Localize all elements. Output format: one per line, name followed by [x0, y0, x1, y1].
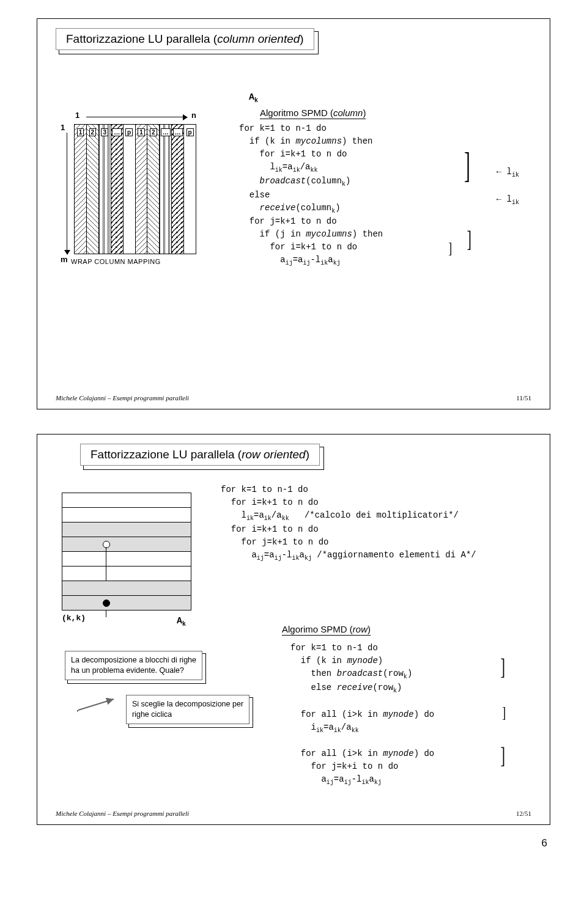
arrow-v-icon	[67, 133, 67, 251]
matrix-col-label: 1	[138, 128, 145, 136]
slide2-footer-left: Michele Colajanni – Esempi programmi par…	[56, 810, 189, 817]
Ak-label-2: Ak	[177, 616, 186, 626]
arrow-icon	[77, 697, 120, 715]
matrix-col-label: …	[161, 128, 171, 136]
slide2-title-post: )	[306, 448, 309, 461]
bracket-icon: ]	[461, 144, 473, 186]
slide2-spmd-algorithm: Algorimo SPMD (row) for k=1 to n-1 do if…	[282, 624, 533, 787]
annotation-2: Si sceglie la decomposizione per righe c…	[126, 695, 249, 724]
bracket-icon: ]	[499, 653, 507, 680]
algo-title-pre: Algoritmo SPMD (	[260, 108, 333, 118]
matrix-figure: 1 n 1 m 1 2 3 … p 1 2 … … p	[62, 111, 202, 254]
slide2-title-pre: Fattorizzazione LU parallela (	[90, 448, 242, 461]
axis-left-m: m	[61, 255, 68, 264]
matrix-col-label: 3	[101, 128, 108, 136]
matrix-col-label: p	[186, 128, 194, 136]
bracket-icon: ]	[448, 239, 453, 257]
algo-title-kw: column	[333, 108, 363, 118]
slide1-code: for k=1 to n-1 do if (k in mycolumns) th…	[239, 122, 519, 268]
algo2-title-pre: Algorimo SPMD (	[282, 624, 353, 634]
slide2-spmd-code: for k=1 to n-1 do if (k in mynode) then …	[290, 642, 533, 787]
axis-left-1: 1	[61, 123, 65, 132]
matrix-col-label: …	[112, 128, 122, 136]
slide1-title-kw: column oriented	[217, 32, 300, 45]
bracket-icon: ]	[465, 226, 473, 252]
matrix-col-label: …	[173, 128, 183, 136]
annotation-1: La decomposizione a blocchi di righe ha …	[65, 651, 202, 680]
slide2-title: Fattorizzazione LU parallela (row orient…	[80, 444, 320, 466]
slide1-footer-right: 11/51	[516, 394, 531, 402]
Ak-label: Ak	[249, 92, 258, 103]
matrix-col-label: 1	[77, 128, 84, 136]
algo-title-post: )	[363, 108, 366, 118]
slide2-title-kw: row oriented	[242, 448, 306, 461]
arrow-h-icon	[86, 117, 184, 117]
matrix-col-label: 2	[89, 128, 97, 136]
page-number: 6	[37, 837, 550, 849]
axis-top-1: 1	[75, 111, 79, 120]
matrix-col-label: p	[125, 128, 133, 136]
slide1-title-post: )	[300, 32, 303, 45]
slide1-footer-left: Michele Colajanni – Esempi programmi par…	[56, 394, 189, 402]
slide-1: Fattorizzazione LU parallela (column ori…	[37, 18, 550, 409]
arrow-assign-2: ← lik	[497, 193, 519, 207]
matrix-col-label: 2	[150, 128, 157, 136]
axis-top-n: n	[191, 111, 196, 120]
slide1-algorithm: Algoritmo SPMD (column) for k=1 to n-1 d…	[239, 108, 519, 268]
slide1-title-pre: Fattorizzazione LU parallela (	[66, 32, 217, 45]
slide2-footer-right: 12/51	[516, 810, 531, 817]
algo2-title-kw: row	[353, 624, 367, 634]
bracket-icon: ]	[501, 703, 507, 722]
slide1-title: Fattorizzazione LU parallela (column ori…	[56, 28, 314, 50]
matrix-body: 1 2 3 … p 1 2 … … p	[74, 124, 196, 254]
slide2-seq-code: for k=1 to n-1 do for i=k+1 to n do lik=…	[221, 480, 516, 563]
algo2-title-post: )	[367, 624, 371, 634]
bracket-icon: ]	[499, 742, 507, 769]
arrow-assign-1: ← lik	[497, 166, 519, 180]
wrap-mapping-label: WRAP COLUMN MAPPING	[71, 258, 202, 265]
slide-2: Fattorizzazione LU parallela (row orient…	[37, 434, 550, 825]
row-figure	[62, 493, 191, 610]
